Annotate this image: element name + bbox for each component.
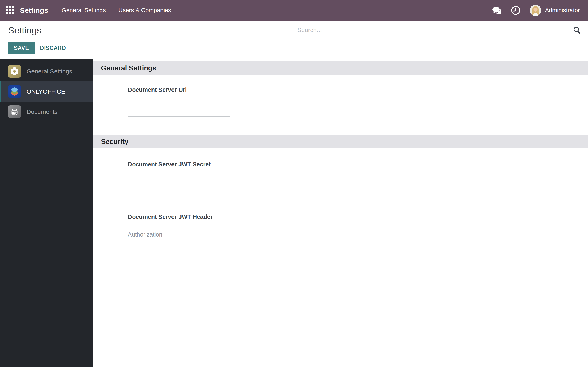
onlyoffice-icon [8, 85, 21, 98]
apps-grid-icon[interactable] [6, 6, 14, 15]
setting-jwt-secret: Document Server JWT Secret [121, 161, 588, 207]
workspace: General Settings ONLYOFFICE [0, 59, 588, 367]
section-title: General Settings [101, 64, 156, 72]
clock-icon[interactable] [511, 6, 520, 15]
sidebar-item-general-settings[interactable]: General Settings [0, 61, 93, 81]
app-title[interactable]: Settings [20, 6, 48, 15]
section-header-security: Security [93, 135, 588, 148]
save-button[interactable]: SAVE [8, 42, 35, 54]
sidebar-item-documents[interactable]: Documents [0, 101, 93, 122]
settings-sidebar: General Settings ONLYOFFICE [0, 59, 93, 367]
field-label: Document Server Url [128, 86, 588, 93]
document-server-url-input[interactable] [128, 107, 230, 117]
jwt-secret-input[interactable] [128, 182, 230, 192]
sidebar-item-onlyoffice[interactable]: ONLYOFFICE [0, 81, 93, 101]
field-label: Document Server JWT Secret [128, 161, 588, 168]
sidebar-item-label: Documents [26, 108, 58, 115]
page-title: Settings [8, 25, 42, 36]
discard-button[interactable]: DISCARD [40, 42, 66, 54]
section-title: Security [101, 138, 129, 146]
sidebar-item-label: General Settings [26, 68, 72, 75]
control-panel: Settings SAVE DISCARD [0, 21, 588, 59]
topbar-right: Administrator [492, 5, 580, 16]
settings-panel: General Settings Document Server Url Sec… [93, 59, 588, 367]
search-icon[interactable] [572, 26, 581, 35]
field-label: Document Server JWT Header [128, 213, 588, 220]
menu-users-companies[interactable]: Users & Companies [118, 7, 171, 14]
search-bar [296, 24, 582, 36]
sidebar-item-label: ONLYOFFICE [26, 88, 65, 95]
avatar[interactable] [530, 5, 541, 16]
top-navbar: Settings General Settings Users & Compan… [0, 0, 588, 21]
jwt-header-input[interactable] [128, 230, 230, 239]
top-menu: General Settings Users & Companies [62, 7, 171, 14]
documents-icon [8, 105, 21, 118]
gear-icon [8, 65, 21, 78]
search-input[interactable] [296, 24, 570, 36]
chat-icon[interactable] [492, 6, 502, 15]
section-header-general-settings: General Settings [93, 61, 588, 75]
menu-general-settings[interactable]: General Settings [62, 7, 106, 14]
setting-document-server-url: Document Server Url [121, 86, 588, 119]
user-name[interactable]: Administrator [545, 7, 580, 14]
setting-jwt-header: Document Server JWT Header [121, 213, 588, 247]
